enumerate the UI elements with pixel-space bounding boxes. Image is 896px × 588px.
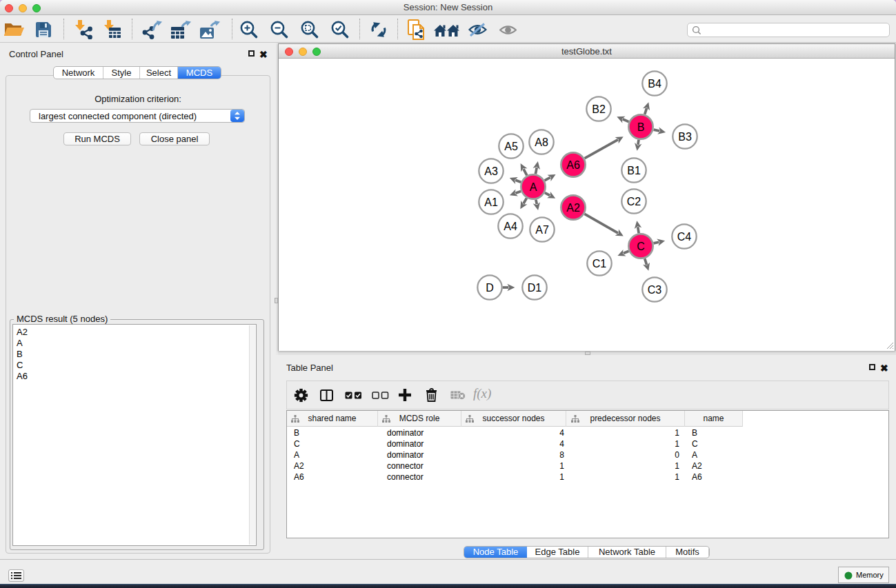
- svg-text:C1: C1: [593, 258, 607, 270]
- svg-text:B2: B2: [592, 103, 606, 115]
- svg-text:B1: B1: [627, 165, 641, 176]
- svg-text:C3: C3: [648, 284, 662, 296]
- svg-text:A5: A5: [504, 141, 518, 152]
- svg-text:A: A: [530, 181, 537, 193]
- svg-text:A4: A4: [504, 221, 517, 232]
- svg-text:A7: A7: [535, 224, 549, 236]
- svg-text:B: B: [637, 121, 645, 133]
- svg-text:B3: B3: [678, 131, 692, 143]
- svg-text:A6: A6: [566, 159, 580, 171]
- svg-text:B4: B4: [648, 78, 661, 90]
- svg-text:A2: A2: [566, 202, 580, 214]
- svg-text:A3: A3: [484, 165, 498, 177]
- svg-text:C2: C2: [627, 196, 641, 207]
- svg-text:D: D: [486, 282, 494, 294]
- svg-text:A1: A1: [484, 196, 498, 208]
- svg-text:C: C: [637, 241, 645, 252]
- svg-text:C4: C4: [677, 231, 692, 243]
- svg-text:A8: A8: [535, 136, 548, 148]
- svg-text:D1: D1: [528, 282, 542, 294]
